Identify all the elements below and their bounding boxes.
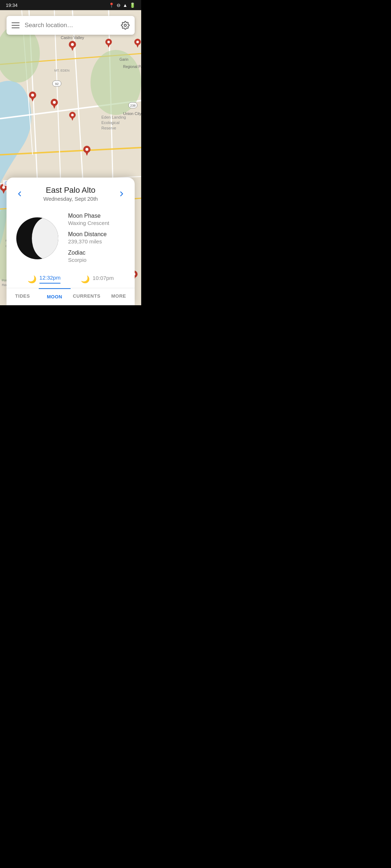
- svg-text:Castro Valley: Castro Valley: [61, 35, 84, 40]
- tab-currents[interactable]: CURRENTS: [71, 288, 103, 305]
- svg-point-48: [108, 41, 110, 43]
- svg-text:MT. EDEN: MT. EDEN: [54, 69, 70, 72]
- dnd-status-icon: ⊖: [117, 3, 121, 8]
- search-input[interactable]: [25, 22, 121, 29]
- wifi-status-icon: ▲: [123, 3, 127, 8]
- svg-text:Reserve: Reserve: [101, 126, 116, 130]
- location-name: East Palo Alto: [43, 186, 98, 195]
- svg-text:Eden Landing: Eden Landing: [101, 115, 126, 119]
- svg-point-57: [53, 101, 56, 104]
- sheet-header: East Palo Alto Wednesday, Sept 20th: [7, 178, 135, 204]
- svg-point-70: [124, 24, 126, 26]
- tab-bar: TIDES MOON CURRENTS MORE: [7, 288, 135, 305]
- svg-text:92: 92: [55, 82, 59, 86]
- moonset-time: 10:07pm: [93, 275, 114, 283]
- bottom-sheet: East Palo Alto Wednesday, Sept 20th: [7, 178, 135, 305]
- moon-info: Moon Phase Waxing Crescent Moon Distance…: [68, 211, 127, 268]
- svg-point-73: [32, 217, 61, 259]
- svg-point-60: [71, 114, 74, 116]
- svg-text:Ecological: Ecological: [101, 120, 119, 125]
- status-bar: 19:34 📍 ⊖ ▲ 🔋: [0, 0, 141, 10]
- settings-button[interactable]: [121, 21, 130, 30]
- battery-status-icon: 🔋: [130, 3, 135, 8]
- menu-button[interactable]: [12, 22, 20, 28]
- svg-point-45: [71, 43, 74, 46]
- svg-text:238: 238: [130, 104, 135, 107]
- prev-day-button[interactable]: [12, 187, 27, 201]
- moon-distance-label: Moon Distance: [68, 231, 127, 238]
- svg-text:Regional Park: Regional Park: [123, 65, 141, 69]
- svg-point-66: [2, 186, 5, 189]
- moonrise-time: 12:32pm: [39, 275, 60, 284]
- svg-point-54: [31, 94, 34, 97]
- moonset-icon: 🌙: [81, 275, 90, 284]
- next-day-button[interactable]: [114, 187, 129, 201]
- svg-point-51: [136, 41, 139, 43]
- moon-distance-value: 239,370 miles: [68, 238, 127, 244]
- moonrise-time-item[interactable]: 🌙 12:32pm: [17, 275, 71, 284]
- tab-tides[interactable]: TIDES: [7, 288, 39, 305]
- status-icons: 📍 ⊖ ▲ 🔋: [109, 3, 135, 8]
- tab-more[interactable]: MORE: [103, 288, 135, 305]
- moon-phase-value: Waxing Crescent: [68, 220, 127, 226]
- location-info: East Palo Alto Wednesday, Sept 20th: [43, 186, 98, 202]
- status-time: 19:34: [6, 3, 18, 8]
- location-status-icon: 📍: [109, 3, 114, 8]
- svg-text:Union City: Union City: [123, 111, 141, 116]
- tab-moon[interactable]: MOON: [39, 288, 71, 305]
- moonrise-icon: 🌙: [28, 275, 37, 284]
- svg-point-63: [85, 148, 88, 151]
- moon-content: Moon Phase Waxing Crescent Moon Distance…: [7, 204, 135, 272]
- zodiac-value: Scorpio: [68, 257, 127, 263]
- moon-phase-label: Moon Phase: [68, 213, 127, 219]
- zodiac-label: Zodiac: [68, 250, 127, 256]
- svg-text:Garin: Garin: [119, 58, 128, 61]
- moon-phase-graphic: [14, 215, 61, 262]
- search-bar[interactable]: [7, 16, 135, 35]
- time-row: 🌙 12:32pm 🌙 10:07pm: [7, 272, 135, 286]
- location-date: Wednesday, Sept 20th: [43, 196, 98, 202]
- moonset-time-item[interactable]: 🌙 10:07pm: [71, 275, 124, 284]
